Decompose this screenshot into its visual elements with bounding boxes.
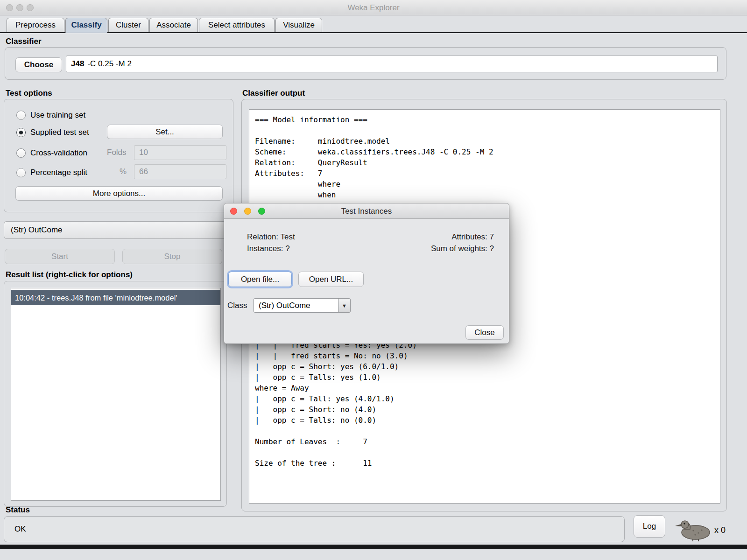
choose-button[interactable]: Choose [15,57,62,72]
result-list-section-label: Result list (right-click for options) [6,270,133,280]
chevron-down-icon[interactable]: ▼ [338,299,350,312]
percent-label: % [120,164,127,179]
radio-circle-icon [16,128,26,137]
close-button[interactable]: Close [465,325,504,340]
test-options-section-label: Test options [6,89,52,98]
tab-preprocess[interactable]: Preprocess [7,18,64,33]
radio-percentage-split[interactable]: Percentage split [16,167,87,178]
log-button[interactable]: Log [634,515,665,538]
classifier-output-section-label: Classifier output [242,89,305,98]
weka-process-counter: x 0 [714,525,726,535]
tab-cluster[interactable]: Cluster [108,18,148,33]
tab-associate[interactable]: Associate [149,18,198,33]
dialog-title-bar: Test Instances [224,203,509,219]
radio-circle-icon [16,111,26,120]
radio-supplied-test-set[interactable]: Supplied test set [16,127,89,138]
scheme-name: J48 [71,59,84,69]
dialog-relation-text: Relation: Test [247,231,295,243]
status-section-label: Status [6,505,30,515]
status-text: OK [14,525,26,534]
set-button[interactable]: Set... [107,125,223,139]
tab-visualize[interactable]: Visualize [275,18,322,33]
classifier-section-label: Classifier [6,37,42,46]
weka-bird-icon [672,519,712,541]
test-instances-dialog: Test Instances Relation: Test Instances:… [224,203,509,344]
dialog-class-label: Class [227,298,247,313]
test-options-groupbox: Use training set Supplied test set Set..… [4,99,233,212]
tab-select-attributes[interactable]: Select attributes [199,18,275,33]
scheme-params: -C 0.25 -M 2 [87,59,131,69]
window-title: Weka Explorer [0,0,747,15]
dialog-title: Test Instances [224,203,509,219]
result-list-groupbox: 10:04:42 - trees.J48 from file 'miniodtr… [4,281,227,507]
radio-cross-validation[interactable]: Cross-validation [16,147,87,159]
tab-classify[interactable]: Classify [65,18,107,33]
more-options-button[interactable]: More options... [15,186,223,201]
weka-explorer-window: Weka Explorer Preprocess Classify Cluste… [0,0,747,560]
stop-button[interactable]: Stop [122,249,222,264]
result-list[interactable]: 10:04:42 - trees.J48 from file 'miniodtr… [11,288,221,501]
title-bar: Weka Explorer [0,0,747,15]
open-file-button[interactable]: Open file... [228,272,292,287]
class-attribute-value: (Str) OutCome [11,225,63,235]
dialog-class-combobox[interactable]: (Str) OutCome ▼ [254,298,351,313]
percent-field[interactable]: 66 [134,164,226,179]
radio-circle-icon [16,168,26,177]
tab-separator-line [0,32,747,33]
open-url-button[interactable]: Open URL... [298,272,364,287]
dialog-class-value: (Str) OutCome [254,299,338,312]
classifier-groupbox: Choose J48 -C 0.25 -M 2 [5,47,726,80]
window-bottom-edge [0,545,747,549]
radio-use-training-set[interactable]: Use training set [16,110,85,121]
dialog-instances-text: Instances: ? [247,243,290,254]
class-attribute-combobox[interactable]: (Str) OutCome [4,221,230,239]
folds-label: Folds [107,145,127,160]
start-button[interactable]: Start [5,249,115,264]
result-list-item[interactable]: 10:04:42 - trees.J48 from file 'miniodtr… [11,290,220,305]
dialog-attributes-text: Attributes: 7 [451,231,494,243]
classifier-scheme-field[interactable]: J48 -C 0.25 -M 2 [66,56,718,72]
status-field: OK [4,516,625,542]
folds-field[interactable]: 10 [134,145,226,160]
dialog-sum-of-weights-text: Sum of weights: ? [431,243,494,254]
radio-circle-icon [16,148,26,158]
